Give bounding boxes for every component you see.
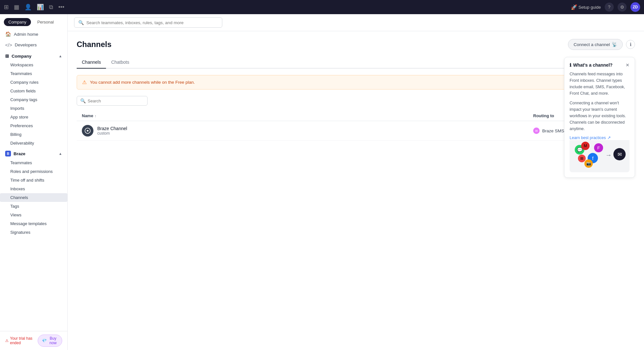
braze-badge: B (5, 151, 11, 156)
content-area: 🔍 Channels Connect a channel 📡 ℹ Channel (68, 14, 644, 350)
sidebar-item-workspaces[interactable]: Workspaces (0, 61, 67, 69)
tab-company[interactable]: Company (4, 18, 31, 26)
setup-guide-label: Setup guide (579, 5, 601, 10)
info-circle-icon: ℹ (570, 62, 571, 68)
help-button[interactable]: ? (605, 3, 614, 12)
learn-best-practices-link[interactable]: Learn best practices ↗ (570, 135, 630, 140)
alert-icon: ⚠ (5, 338, 9, 343)
sidebar-item-time-off-shifts[interactable]: Time off and shifts (0, 176, 67, 184)
info-panel-close-button[interactable]: ✕ (626, 62, 630, 68)
page-tabs: Channels Chatbots (77, 56, 635, 69)
microsoft-icon: ⊞ (578, 155, 586, 162)
sidebar-item-signatures[interactable]: Signatures (0, 228, 67, 237)
sidebar-item-custom-fields[interactable]: Custom fields (0, 87, 67, 95)
avatar[interactable]: ZD (630, 2, 640, 12)
channel-search: 🔍 (77, 96, 148, 106)
front-inbox-icon: ✉ (613, 148, 626, 160)
tab-personal[interactable]: Personal (33, 18, 58, 26)
channel-graphic: 💬 M f F 📷 ⊞ → ✉ (570, 140, 630, 172)
search-bar-container: 🔍 (68, 14, 644, 31)
sidebar-item-company-tags[interactable]: Company tags (0, 95, 67, 104)
connect-channel-button[interactable]: Connect a channel 📡 (568, 39, 623, 50)
header-actions: Connect a channel 📡 ℹ (568, 39, 635, 50)
channel-type: custom (97, 131, 533, 136)
search-bar: 🔍 (74, 17, 222, 28)
routing-name: Braze SMS (542, 128, 564, 133)
braze-group-label: Braze (14, 151, 25, 156)
sidebar-item-message-templates[interactable]: Message templates (0, 219, 67, 228)
braze-sub-items: Teammates Roles and permissions Time off… (0, 158, 67, 237)
more-icon[interactable]: ••• (58, 4, 64, 11)
sidebar-item-tags[interactable]: Tags (0, 202, 67, 211)
info-panel-text1: Channels feed messages into Front inboxe… (570, 71, 630, 97)
routing-icon: ✉ (533, 128, 540, 134)
channel-info: Braze Channel custom (97, 126, 533, 136)
instagram-icon: 📷 (584, 159, 593, 168)
channel-table: Name ↑ Routing to Braze Channel cust (77, 111, 635, 141)
page-title: Channels (77, 40, 111, 49)
channel-name: Braze Channel (97, 126, 533, 131)
sidebar-group-braze[interactable]: B Braze ▲ (0, 147, 67, 158)
sort-icon: ↑ (94, 114, 96, 118)
sidebar-item-preferences[interactable]: Preferences (0, 121, 67, 130)
external-link-icon: ↗ (607, 135, 611, 140)
arrow-right-icon: → (605, 151, 612, 159)
sidebar-item-teammates-company[interactable]: Teammates (0, 69, 67, 78)
sidebar-item-teammates-braze[interactable]: Teammates (0, 158, 67, 167)
sidebar-top-section: 🏠 Admin home </> Developers (0, 29, 67, 50)
info-panel: ℹ What's a channel? ✕ Channels feed mess… (564, 57, 635, 178)
home-icon: 🏠 (5, 31, 11, 37)
tab-chatbots[interactable]: Chatbots (106, 56, 134, 69)
setup-guide-button[interactable]: 🚀 Setup guide (571, 4, 601, 10)
calendar-icon[interactable]: ▦ (14, 4, 19, 11)
trial-bar: ⚠ Your trial has ended 💎 Buy now (0, 331, 67, 350)
page-content: Channels Connect a channel 📡 ℹ Channels … (68, 31, 644, 350)
top-nav-right: 🚀 Setup guide ? ⚙ ZD (571, 2, 640, 12)
sidebar-item-inboxes[interactable]: Inboxes (0, 184, 67, 193)
tab-channels[interactable]: Channels (77, 56, 106, 69)
columns-icon[interactable]: ⧉ (49, 4, 53, 11)
page-info-button[interactable]: ℹ (626, 40, 635, 49)
main-layout: Company Personal 🏠 Admin home </> Develo… (0, 14, 644, 350)
sidebar-item-billing[interactable]: Billing (0, 130, 67, 139)
trial-text: ⚠ Your trial has ended (5, 336, 35, 345)
sidebar-item-roles-permissions[interactable]: Roles and permissions (0, 167, 67, 176)
channel-search-input[interactable] (88, 99, 144, 103)
settings-button[interactable]: ⚙ (618, 3, 627, 12)
info-panel-title: ℹ What's a channel? (570, 62, 612, 68)
warning-banner: ⚠ You cannot add more channels while on … (77, 75, 635, 90)
developers-label: Developers (15, 43, 37, 47)
info-panel-header: ℹ What's a channel? ✕ (570, 62, 630, 68)
code-icon: </> (5, 42, 12, 48)
company-sub-items: Workspaces Teammates Company rules Custo… (0, 61, 67, 147)
search-input[interactable] (86, 20, 218, 25)
rocket-icon: 🚀 (571, 4, 577, 10)
sidebar-group-company[interactable]: ⊞ Company ▲ (0, 50, 67, 61)
braze-chevron-icon: ▲ (59, 152, 62, 156)
warning-icon: ⚠ (82, 79, 87, 85)
sidebar-item-deliverability[interactable]: Deliverability (0, 139, 67, 147)
buy-now-button[interactable]: 💎 Buy now (38, 335, 62, 347)
grid-icon[interactable]: ⊞ (4, 4, 9, 11)
info-panel-text2: Connecting a channel won't impact your t… (570, 100, 630, 132)
company-chevron-icon: ▲ (59, 54, 62, 58)
sidebar-item-views[interactable]: Views (0, 211, 67, 219)
table-row[interactable]: Braze Channel custom ✉ Braze SMS (77, 121, 635, 141)
company-group-label: Company (12, 54, 32, 59)
table-header: Name ↑ Routing to (77, 111, 635, 121)
warning-text: You cannot add more channels while on th… (90, 80, 195, 85)
sidebar-item-imports[interactable]: Imports (0, 104, 67, 113)
sidebar-item-developers[interactable]: </> Developers (0, 40, 67, 50)
search-icon: 🔍 (78, 20, 84, 25)
channel-search-icon: 🔍 (80, 98, 86, 103)
chart-icon[interactable]: 📊 (37, 4, 44, 11)
admin-home-label: Admin home (14, 32, 38, 37)
channel-icon (82, 125, 93, 137)
sidebar-item-admin-home[interactable]: 🏠 Admin home (0, 29, 67, 40)
top-nav: ⊞ ▦ 👤 📊 ⧉ ••• 🚀 Setup guide ? ⚙ ZD (0, 0, 644, 14)
sidebar-item-channels[interactable]: Channels (0, 193, 67, 202)
user-icon[interactable]: 👤 (24, 4, 32, 11)
sidebar-item-company-rules[interactable]: Company rules (0, 78, 67, 87)
diamond-icon: 💎 (42, 338, 47, 343)
sidebar-item-app-store[interactable]: App store (0, 113, 67, 121)
